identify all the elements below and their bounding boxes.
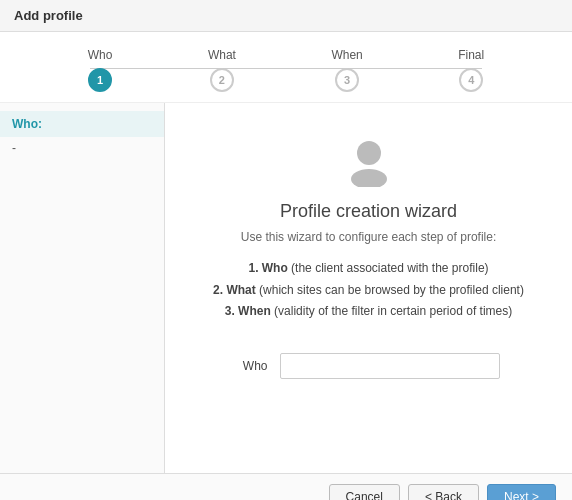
step-when: When 3 — [331, 48, 362, 92]
field-label: Who — [238, 359, 268, 373]
step-final-label: Final — [458, 48, 484, 62]
step-what-circle: 2 — [210, 68, 234, 92]
back-button[interactable]: < Back — [408, 484, 479, 500]
footer: Cancel < Back Next > — [0, 473, 572, 500]
main-content: Profile creation wizard Use this wizard … — [165, 103, 572, 473]
step-what: What 2 — [208, 48, 236, 92]
stepper: Who 1 What 2 When 3 Final 4 — [0, 32, 572, 103]
next-button[interactable]: Next > — [487, 484, 556, 500]
step-when-label: When — [331, 48, 362, 62]
sidebar-item: - — [0, 137, 164, 159]
svg-point-1 — [351, 169, 387, 187]
wizard-subtitle: Use this wizard to configure each step o… — [241, 230, 496, 244]
sidebar-header: Who: — [0, 111, 164, 137]
svg-point-0 — [357, 141, 381, 165]
wizard-title: Profile creation wizard — [280, 201, 457, 222]
wizard-step1-text: 1. Who (the client associated with the p… — [213, 258, 524, 280]
step-who: Who 1 — [88, 48, 113, 92]
step-final: Final 4 — [458, 48, 484, 92]
step-who-label: Who — [88, 48, 113, 62]
who-input[interactable] — [280, 353, 500, 379]
title-text: Add profile — [14, 8, 83, 23]
stepper-line — [90, 68, 482, 69]
sidebar: Who: - — [0, 103, 165, 473]
wizard-step2-text: 2. What (which sites can be browsed by t… — [213, 280, 524, 302]
wizard-step3-text: 3. When (validity of the filter in certa… — [213, 301, 524, 323]
wizard-steps-list: 1. Who (the client associated with the p… — [213, 258, 524, 323]
cancel-button[interactable]: Cancel — [329, 484, 400, 500]
field-row: Who — [205, 353, 532, 379]
title-bar: Add profile — [0, 0, 572, 32]
content-area: Who: - Profile creation wizard Use this … — [0, 103, 572, 473]
step-who-circle: 1 — [88, 68, 112, 92]
step-what-label: What — [208, 48, 236, 62]
step-when-circle: 3 — [335, 68, 359, 92]
step-final-circle: 4 — [459, 68, 483, 92]
avatar-icon — [342, 133, 396, 187]
